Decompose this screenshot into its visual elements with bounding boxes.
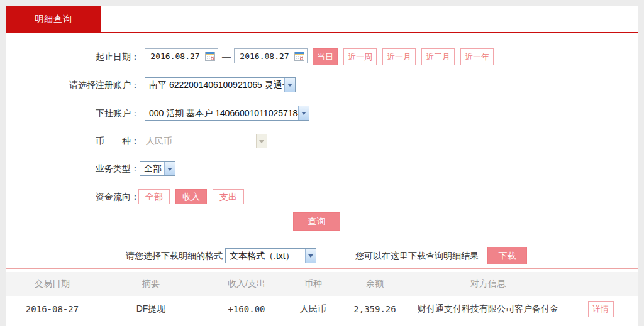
business-type-label: 业务类型：	[57, 161, 140, 176]
row-date: 2016-08-27	[6, 304, 98, 314]
calendar-icon[interactable]	[205, 52, 215, 61]
query-button[interactable]: 查询	[293, 212, 340, 231]
column-header-summary: 摘要	[98, 278, 204, 290]
end-date-input[interactable]: 2016.08.27	[234, 48, 308, 63]
quick-range-buttons: 当日 近一周 近一月 近三月 近一年	[313, 48, 494, 65]
content-panel: 明细查询 起止日期： 2016.08.27 — 2016.08.27	[6, 6, 638, 326]
download-format-label: 请您选择下载明细的格式	[63, 247, 223, 264]
quick-btn-3months[interactable]: 近三月	[421, 48, 455, 65]
page: 明细查询 起止日期： 2016.08.27 — 2016.08.27	[0, 0, 644, 326]
table-top-divider	[6, 268, 638, 269]
column-header-date: 交易日期	[6, 278, 98, 290]
sub-account-row: 下挂账户： 000 活期 基本户 1406600101102571848	[6, 106, 638, 121]
column-header-amount: 收入/支出	[204, 278, 289, 290]
calendar-icon[interactable]	[294, 52, 304, 61]
row-action-cell: 详情	[564, 301, 638, 317]
currency-value: 人民币	[142, 134, 256, 148]
column-header-counterparty: 对方信息	[413, 278, 564, 290]
business-type-value: 全部	[140, 162, 164, 175]
row-balance: 2,359.26	[337, 304, 413, 314]
quick-btn-month[interactable]: 近一月	[382, 48, 416, 65]
sub-account-select[interactable]: 000 活期 基本户 1406600101102571848	[145, 106, 309, 121]
quick-btn-today[interactable]: 当日	[313, 48, 338, 65]
start-date-input[interactable]: 2016.08.27	[145, 48, 218, 63]
table-header-row: 交易日期 摘要 收入/支出 币种 余额 对方信息	[6, 272, 638, 296]
date-range-row: 起止日期： 2016.08.27 — 2016.08.27	[6, 48, 638, 65]
quick-btn-week[interactable]: 近一周	[343, 48, 377, 65]
dropdown-arrow-icon[interactable]	[305, 249, 316, 263]
download-row: 请您选择下载明细的格式 文本格式（.txt） 您可以在这里下载查询明细结果 下载	[6, 247, 638, 264]
business-type-select[interactable]: 全部	[140, 161, 175, 176]
column-header-balance: 余额	[337, 278, 413, 290]
fund-flow-label: 资金流向：	[57, 189, 140, 204]
tab-underline	[6, 32, 638, 33]
row-counterparty: 财付通支付科技有限公司客户备付金	[413, 303, 564, 315]
sub-account-label: 下挂账户：	[57, 106, 140, 121]
register-account-value: 南平 6222001406100921065 灵通卡	[145, 78, 284, 92]
fund-flow-row: 资金流向： 全部 收入 支出	[6, 189, 638, 204]
detail-button[interactable]: 详情	[588, 301, 614, 317]
fund-flow-all-button[interactable]: 全部	[138, 189, 170, 204]
download-hint-text: 您可以在这里下载查询明细结果	[355, 247, 479, 264]
register-account-select[interactable]: 南平 6222001406100921065 灵通卡	[145, 77, 296, 92]
currency-select: 人民币	[142, 134, 267, 148]
table-row: 2016-08-27 DF提现 +160.00 人民币 2,359.26 财付通…	[6, 296, 638, 322]
dropdown-arrow-icon[interactable]	[284, 78, 295, 92]
register-account-label: 请选择注册账户：	[57, 77, 140, 92]
start-date-value: 2016.08.27	[145, 52, 205, 61]
row-currency: 人民币	[289, 303, 337, 315]
tab-detail-query[interactable]: 明细查询	[6, 6, 101, 32]
row-summary: DF提现	[98, 303, 204, 315]
dropdown-arrow-icon	[256, 134, 267, 148]
download-format-value: 文本格式（.txt）	[226, 249, 305, 263]
quick-btn-year[interactable]: 近一年	[460, 48, 494, 65]
currency-row: 币 种： 人民币	[6, 134, 638, 148]
dropdown-arrow-icon[interactable]	[164, 162, 175, 175]
fund-flow-income-button[interactable]: 收入	[175, 189, 207, 204]
date-range-label: 起止日期：	[57, 48, 140, 65]
row-amount: +160.00	[204, 304, 289, 314]
currency-label: 币 种：	[57, 134, 140, 148]
business-type-row: 业务类型： 全部	[6, 161, 638, 176]
fund-flow-expense-button[interactable]: 支出	[213, 189, 244, 204]
dropdown-arrow-icon[interactable]	[298, 106, 309, 120]
download-button[interactable]: 下载	[487, 247, 527, 264]
sub-account-value: 000 活期 基本户 1406600101102571848	[145, 106, 298, 120]
date-range-separator: —	[222, 48, 231, 65]
end-date-value: 2016.08.27	[235, 52, 294, 61]
fund-flow-buttons: 全部 收入 支出	[138, 189, 244, 204]
download-format-select[interactable]: 文本格式（.txt）	[225, 248, 316, 263]
register-account-row: 请选择注册账户： 南平 6222001406100921065 灵通卡	[6, 77, 638, 92]
column-header-currency: 币种	[289, 278, 337, 290]
